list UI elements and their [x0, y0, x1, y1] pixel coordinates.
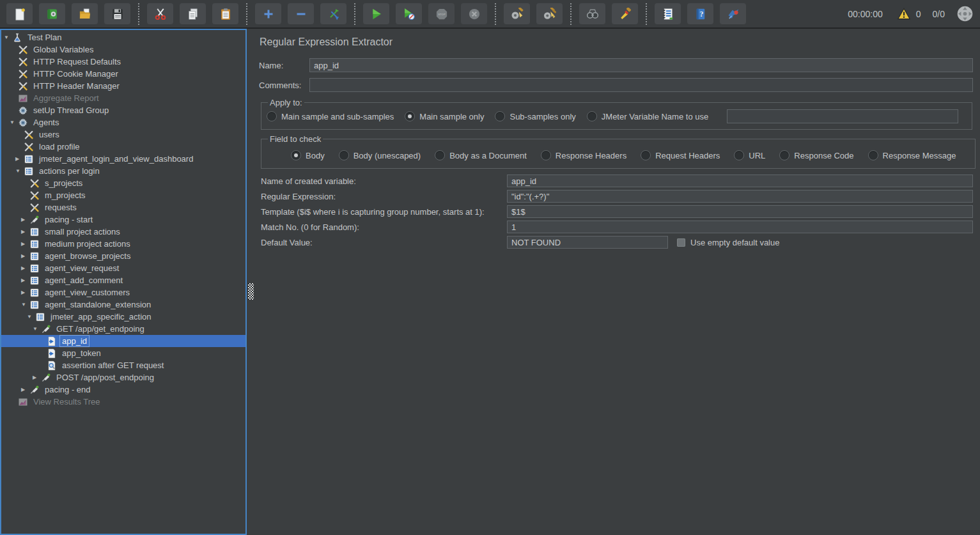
tree-item-app-id[interactable]: app_id [1, 335, 245, 347]
tree-item-s-projects[interactable]: s_projects [1, 177, 245, 189]
tree-item-agents[interactable]: ▼Agents [1, 116, 245, 128]
tree-item-aggregate-report[interactable]: Aggregate Report [1, 92, 245, 104]
tree-item-http-request-defaults[interactable]: HTTP Request Defaults [1, 56, 245, 68]
function-helper-button[interactable] [655, 3, 681, 24]
radio-sub-samples-only[interactable]: Sub-samples only [495, 111, 575, 121]
tree-item-jmeter-agent-login-and-view-dashboard[interactable]: ▶jmeter_agent_login_and_view_dashboard [1, 153, 245, 165]
radio-body-unescaped[interactable]: Body (unescaped) [339, 150, 421, 160]
radio-unselected-icon [267, 111, 277, 121]
tree-item-m-projects[interactable]: m_projects [1, 189, 245, 201]
save-button[interactable] [104, 3, 130, 24]
radio-url[interactable]: URL [734, 150, 765, 160]
divider-grip-icon[interactable] [248, 283, 254, 300]
misc-colorful-button[interactable] [720, 3, 746, 24]
tree-expanded-arrow-icon[interactable]: ▼ [33, 323, 41, 335]
tree-item-medium-project-actions[interactable]: ▶medium project actions [1, 238, 245, 250]
tree-expanded-arrow-icon[interactable]: ▼ [21, 299, 29, 311]
radio-response-code[interactable]: Response Code [779, 150, 853, 160]
tree-item-assertion-after-get-request[interactable]: assertion after GET request [1, 359, 245, 371]
param-input-default-value[interactable] [507, 236, 668, 249]
name-row: Name: [259, 58, 973, 72]
shutdown-button[interactable] [461, 3, 487, 24]
help-button[interactable]: ? [687, 3, 713, 24]
tree-item-users[interactable]: users [1, 128, 245, 141]
tree-item-app-token[interactable]: app_token [1, 347, 245, 359]
stop-button[interactable]: STOP [428, 3, 455, 24]
search-reset-button[interactable] [612, 3, 638, 24]
tree-item-view-results-tree[interactable]: View Results Tree [1, 396, 245, 408]
cut-button[interactable] [147, 3, 173, 24]
param-input-match-no-0-for-random[interactable] [507, 221, 973, 233]
new-file-button[interactable] [6, 3, 33, 24]
tree-item-agent-view-request[interactable]: ▶agent_view_request [1, 262, 245, 274]
tree-item-pacing-start[interactable]: ▶pacing - start [1, 213, 245, 226]
tree-collapsed-arrow-icon[interactable]: ▶ [21, 262, 29, 274]
remove-button[interactable] [288, 3, 314, 24]
tree-collapsed-arrow-icon[interactable]: ▶ [33, 371, 41, 384]
toggle-button[interactable] [320, 3, 346, 24]
tree-item-post-app-post-endpoing[interactable]: ▶POST /app/post_endpoing [1, 371, 245, 384]
tree-collapsed-arrow-icon[interactable]: ▶ [15, 153, 24, 165]
radio-main-sample-only[interactable]: Main sample only [405, 111, 484, 121]
tree-item-jmeter-app-specific-action[interactable]: ▼jmeter_app_specific_action [1, 311, 245, 323]
tree-collapsed-arrow-icon[interactable]: ▶ [21, 226, 29, 238]
tree-item-setup-thread-group[interactable]: setUp Thread Group [1, 104, 245, 116]
tree-expanded-arrow-icon[interactable]: ▼ [27, 311, 35, 323]
tree-collapsed-arrow-icon[interactable]: ▶ [21, 274, 29, 286]
radio-body-as-a-document[interactable]: Body as a Document [435, 150, 527, 160]
tree-item-small-project-actions[interactable]: ▶small project actions [1, 226, 245, 238]
radio-response-headers[interactable]: Response Headers [541, 150, 626, 160]
split-divider[interactable] [247, 29, 257, 535]
comments-input[interactable] [309, 78, 973, 92]
tree-item-get-app-get-endpoing[interactable]: ▼GET /app/get_endpoing [1, 323, 245, 335]
tree-collapsed-arrow-icon[interactable]: ▶ [21, 250, 29, 262]
tree-item-agent-add-comment[interactable]: ▶agent_add_comment [1, 274, 245, 286]
tree-item-requests[interactable]: requests [1, 201, 245, 213]
param-label: Default Value: [261, 238, 507, 247]
radio-jmeter-variable-name-to-use[interactable]: JMeter Variable Name to use [587, 111, 708, 121]
jmeter-variable-name-input[interactable] [727, 109, 958, 123]
radio-body[interactable]: Body [291, 150, 325, 160]
start-no-pauses-button[interactable] [396, 3, 422, 24]
tree-collapsed-arrow-icon[interactable]: ▶ [21, 238, 29, 250]
param-input-name-of-created-variable[interactable] [507, 174, 973, 187]
tree-collapsed-arrow-icon[interactable]: ▶ [21, 286, 29, 299]
open-file-button[interactable] [72, 3, 98, 24]
tree-item-agent-browse-projects[interactable]: ▶agent_browse_projects [1, 250, 245, 262]
tree-item-http-cookie-manager[interactable]: HTTP Cookie Manager [1, 68, 245, 80]
radio-main-sample-and-sub-samples[interactable]: Main sample and sub-samples [267, 111, 394, 121]
tree-item-pacing-end[interactable]: ▶pacing - end [1, 384, 245, 396]
tree-collapsed-arrow-icon[interactable]: ▶ [21, 384, 29, 396]
paste-button[interactable] [212, 3, 238, 24]
tree-item-test-plan[interactable]: ▼Test Plan [1, 31, 245, 43]
log-warnings-indicator[interactable]: 0 [897, 8, 921, 20]
search-button[interactable] [579, 3, 605, 24]
tree-expanded-arrow-icon[interactable]: ▼ [10, 116, 18, 128]
tree-expanded-arrow-icon[interactable]: ▼ [15, 165, 24, 177]
tree-item-http-header-manager[interactable]: HTTP Header Manager [1, 80, 245, 92]
tree-item-label: requests [43, 202, 79, 213]
tree-expanded-arrow-icon[interactable]: ▼ [4, 31, 12, 43]
tree-item-global-variables[interactable]: Global Variables [1, 43, 245, 56]
start-button[interactable] [363, 3, 389, 24]
clear-all-button[interactable] [536, 3, 563, 24]
listener-icon [18, 93, 28, 104]
tree-collapsed-arrow-icon[interactable]: ▶ [21, 213, 29, 226]
add-button[interactable] [255, 3, 281, 24]
param-input-template-i-where-i-is-capturing-group-number-starts-at-1[interactable] [507, 205, 973, 218]
radio-request-headers[interactable]: Request Headers [641, 150, 720, 160]
tree-item-agent-standalone-extension[interactable]: ▼agent_standalone_extension [1, 299, 245, 311]
clear-button[interactable] [504, 3, 530, 24]
remote-start-icon[interactable] [956, 5, 974, 22]
tree-item-actions-per-login[interactable]: ▼actions per login [1, 165, 245, 177]
param-label: Regular Expression: [261, 192, 507, 201]
field-to-check-group: Field to check BodyBody (unescaped)Body … [261, 134, 976, 169]
param-input-regular-expression[interactable] [507, 190, 973, 203]
tree-item-agent-view-customers[interactable]: ▶agent_view_customers [1, 286, 245, 299]
open-templates-button[interactable] [39, 3, 65, 24]
copy-button[interactable] [180, 3, 206, 24]
radio-response-message[interactable]: Response Message [868, 150, 956, 160]
use-empty-default-checkbox[interactable] [677, 238, 685, 247]
name-input[interactable] [309, 58, 973, 72]
tree-item-load-profile[interactable]: load profile [1, 141, 245, 153]
